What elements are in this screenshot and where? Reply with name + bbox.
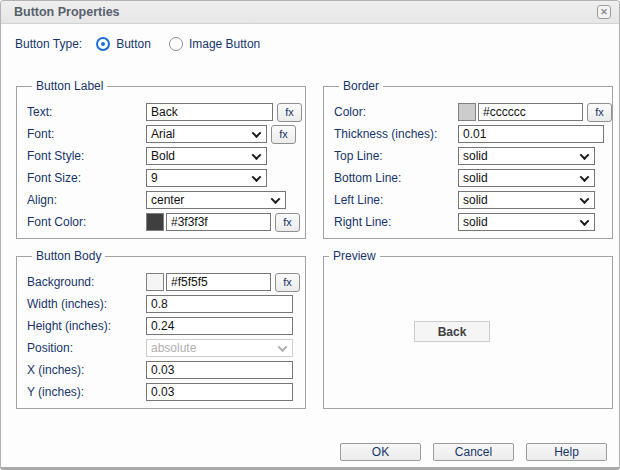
position-row: Position: absolute [27,339,305,357]
bottom-line-row: Bottom Line: solid [334,169,612,187]
font-color-label: Font Color: [27,215,146,229]
x-row: X (inches): [27,361,305,379]
chevron-down-icon [580,172,590,182]
text-fx-button[interactable]: fx [277,103,302,122]
button-body-legend: Button Body [32,249,105,263]
height-row: Height (inches): [27,317,305,335]
title-bar: Button Properties ✕ [1,1,619,24]
fieldset-grid: Button Label Text: fx Font: Arial fx Fon… [16,79,611,409]
font-size-label: Font Size: [27,171,146,185]
left-line-row: Left Line: solid [334,191,612,209]
thickness-label: Thickness (inches): [334,127,458,141]
right-line-label: Right Line: [334,215,458,229]
bottom-line-select[interactable]: solid [458,169,595,187]
chevron-down-icon [252,128,262,138]
radio-selected-icon[interactable] [96,37,110,51]
footer-button-row: OK Cancel Help [1,443,607,461]
border-legend: Border [339,79,383,93]
dialog-title: Button Properties [14,5,597,19]
border-color-label: Color: [334,105,458,119]
help-button[interactable]: Help [526,443,607,461]
top-line-row: Top Line: solid [334,147,612,165]
right-line-row: Right Line: solid [334,213,612,231]
thickness-row: Thickness (inches): [334,125,612,143]
background-row: Background: fx [27,273,305,291]
preview-fieldset: Preview Back [323,249,613,409]
top-line-select[interactable]: solid [458,147,595,165]
font-size-select[interactable]: 9 [146,169,267,187]
font-size-row: Font Size: 9 [27,169,305,187]
position-select-disabled: absolute [146,339,293,357]
background-label: Background: [27,275,146,289]
font-color-swatch[interactable] [146,213,164,231]
close-icon[interactable]: ✕ [597,5,611,19]
top-line-label: Top Line: [334,149,458,163]
y-label: Y (inches): [27,385,146,399]
left-line-select[interactable]: solid [458,191,595,209]
font-style-row: Font Style: Bold [27,147,305,165]
font-fx-button[interactable]: fx [271,125,296,144]
chevron-down-icon [271,194,281,204]
radio-option-button[interactable]: Button [96,37,151,51]
left-line-select-value: solid [463,193,488,207]
chevron-down-icon [580,150,590,160]
border-color-input[interactable] [478,103,583,121]
align-select[interactable]: center [146,191,286,209]
text-row: Text: fx [27,103,305,121]
left-line-label: Left Line: [334,193,458,207]
radio-image-button-label: Image Button [189,37,260,51]
width-label: Width (inches): [27,297,146,311]
align-label: Align: [27,193,146,207]
align-row: Align: center [27,191,305,209]
top-line-select-value: solid [463,149,488,163]
font-color-fx-button[interactable]: fx [275,213,300,232]
right-line-select[interactable]: solid [458,213,595,231]
radio-button-label: Button [116,37,151,51]
font-style-label: Font Style: [27,149,146,163]
font-style-select-value: Bold [151,149,175,163]
chevron-down-icon [580,194,590,204]
font-size-select-value: 9 [151,171,158,185]
width-input[interactable] [146,295,293,313]
thickness-input[interactable] [458,125,604,143]
x-input[interactable] [146,361,293,379]
bottom-line-label: Bottom Line: [334,171,458,185]
font-label: Font: [27,127,146,141]
chevron-down-icon [580,216,590,226]
background-swatch[interactable] [146,273,164,291]
y-input[interactable] [146,383,293,401]
chevron-down-icon [252,172,262,182]
text-input[interactable] [146,103,273,121]
button-type-row: Button Type: Button Image Button [15,34,605,54]
right-line-select-value: solid [463,215,488,229]
radio-unselected-icon[interactable] [169,37,183,51]
border-fieldset: Border Color: fx Thickness (inches): Top… [323,79,613,239]
button-type-label: Button Type: [15,37,82,51]
width-row: Width (inches): [27,295,305,313]
button-properties-dialog: Button Properties ✕ Button Type: Button … [0,0,620,470]
height-input[interactable] [146,317,293,335]
background-fx-button[interactable]: fx [275,273,300,292]
button-body-fieldset: Button Body Background: fx Width (inches… [16,249,306,409]
radio-option-image-button[interactable]: Image Button [169,37,260,51]
button-label-legend: Button Label [32,79,107,93]
border-color-fx-button[interactable]: fx [587,103,612,122]
background-input[interactable] [166,273,271,291]
position-select-value: absolute [151,341,196,355]
font-select[interactable]: Arial [146,125,267,143]
preview-legend: Preview [329,249,380,263]
chevron-down-icon [252,150,262,160]
ok-button[interactable]: OK [340,443,421,461]
height-label: Height (inches): [27,319,146,333]
font-style-select[interactable]: Bold [146,147,267,165]
font-select-value: Arial [151,127,175,141]
x-label: X (inches): [27,363,146,377]
preview-back-button: Back [414,321,490,342]
font-color-input[interactable] [166,213,271,231]
cancel-button[interactable]: Cancel [433,443,514,461]
position-label: Position: [27,341,146,355]
bottom-line-select-value: solid [463,171,488,185]
font-row: Font: Arial fx [27,125,305,143]
button-label-fieldset: Button Label Text: fx Font: Arial fx Fon… [16,79,306,239]
border-color-swatch[interactable] [458,103,476,121]
